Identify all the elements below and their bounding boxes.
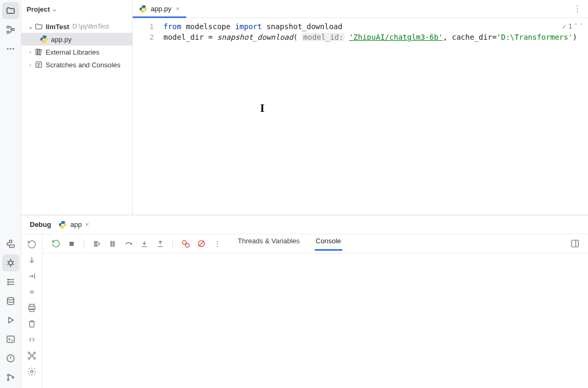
expand-icon[interactable] xyxy=(25,334,39,346)
tool-window-more-icon[interactable] xyxy=(2,40,19,57)
tab-threads-variables[interactable]: Threads & Variables xyxy=(237,237,301,251)
svg-rect-2 xyxy=(12,29,14,31)
tool-window-run-icon[interactable] xyxy=(2,312,19,329)
tool-window-hierarchy-icon[interactable] xyxy=(2,293,19,310)
svg-point-14 xyxy=(7,374,9,376)
svg-point-25 xyxy=(33,358,35,359)
python-file-icon xyxy=(139,5,148,13)
debug-header: Debug app × xyxy=(21,215,588,234)
debug-toolbar: ⋮ Threads & Variables Console xyxy=(42,234,588,253)
identifier: snapshot_download xyxy=(266,22,342,31)
tab-bar-options-icon[interactable]: ⋮ xyxy=(567,0,588,17)
svg-rect-28 xyxy=(94,241,96,246)
tree-file-app[interactable]: app.py xyxy=(21,33,132,46)
svg-point-10 xyxy=(7,297,14,300)
collapse-icon[interactable] xyxy=(25,286,39,298)
param-hint: model_id: xyxy=(302,33,344,41)
scratches-icon xyxy=(34,60,44,69)
editor-tab-app[interactable]: app.py × xyxy=(133,0,186,17)
tree-scratches[interactable]: › Scratches and Consoles xyxy=(21,58,132,71)
tree-root-path: D:\py\llmTest xyxy=(73,23,109,30)
pause-button[interactable] xyxy=(107,238,118,250)
tool-window-debug-icon[interactable] xyxy=(2,254,19,271)
svg-rect-35 xyxy=(572,240,578,247)
svg-marker-29 xyxy=(97,241,100,246)
project-tree: ⌄ llmTest D:\py\llmTest app.py › xyxy=(21,18,132,73)
tab-console[interactable]: Console xyxy=(315,237,342,251)
tree-external-libs[interactable]: › External Libraries xyxy=(21,46,132,58)
debug-subtabs: Threads & Variables Console xyxy=(237,237,342,251)
chevron-down-icon: ⌄ xyxy=(52,6,57,13)
tool-window-vcs-icon[interactable] xyxy=(2,369,19,386)
svg-point-32 xyxy=(182,241,186,244)
settings-icon[interactable] xyxy=(25,366,39,377)
close-icon[interactable]: × xyxy=(176,5,180,13)
tool-window-python-icon[interactable] xyxy=(2,235,19,252)
chevron-down-icon[interactable]: ˅ xyxy=(580,21,583,32)
debug-config-tab[interactable]: app × xyxy=(58,221,89,229)
step-return-icon[interactable] xyxy=(25,270,39,282)
chevron-right-icon: › xyxy=(27,49,34,55)
svg-rect-0 xyxy=(7,26,9,28)
svg-point-8 xyxy=(7,281,8,283)
svg-rect-1 xyxy=(7,31,9,33)
comma: , xyxy=(443,33,452,41)
step-into-button[interactable] xyxy=(139,238,150,250)
step-over-button[interactable] xyxy=(123,238,134,250)
python-file-icon xyxy=(58,221,67,229)
line-number: 2 xyxy=(133,32,154,42)
code-content[interactable]: from modelscope import snapshot_download… xyxy=(159,18,588,215)
editor-area: app.py × ⋮ 1 2 from modelscope import sn… xyxy=(133,0,588,215)
tree-scratches-label: Scratches and Consoles xyxy=(46,61,120,69)
debug-console-output[interactable] xyxy=(42,253,588,388)
mute-breakpoints-button[interactable] xyxy=(195,238,207,250)
view-breakpoints-button[interactable] xyxy=(179,238,191,250)
thread-icon[interactable] xyxy=(25,350,39,361)
string: 'D:\Transformers' xyxy=(497,33,573,41)
op: = xyxy=(208,33,212,41)
inspection-widget[interactable]: ✓ 1 ˄ ˅ xyxy=(563,21,583,32)
print-icon[interactable] xyxy=(25,302,39,314)
chevron-up-icon[interactable]: ˄ xyxy=(574,21,577,32)
op: = xyxy=(492,33,496,41)
project-panel: Project ⌄ ⌄ llmTest D:\py\llmTest app.py xyxy=(21,0,133,215)
svg-point-26 xyxy=(30,371,33,373)
resume-button[interactable] xyxy=(91,238,102,250)
svg-point-7 xyxy=(7,279,8,280)
down-icon[interactable] xyxy=(25,254,39,266)
library-icon xyxy=(34,48,44,56)
step-out-button[interactable] xyxy=(154,238,166,250)
more-icon[interactable]: ⋮ xyxy=(211,238,223,250)
project-panel-header[interactable]: Project ⌄ xyxy=(21,0,132,18)
line-number: 1 xyxy=(133,21,154,32)
trash-icon[interactable] xyxy=(25,318,39,330)
rerun-icon[interactable] xyxy=(25,239,39,250)
code-editor[interactable]: 1 2 from modelscope import snapshot_down… xyxy=(133,18,588,215)
stop-button[interactable] xyxy=(66,238,77,250)
close-icon[interactable]: × xyxy=(85,221,89,228)
tool-window-project-icon[interactable] xyxy=(2,2,19,19)
debug-tool-window: Debug app × xyxy=(21,215,588,388)
debug-side-toolbar xyxy=(21,234,42,388)
identifier: model_dir xyxy=(163,33,204,41)
svg-rect-31 xyxy=(113,241,114,246)
chevron-right-icon: › xyxy=(27,61,34,68)
paren: ) xyxy=(573,33,577,41)
gutter: 1 2 xyxy=(133,18,159,215)
keyword: from xyxy=(163,22,181,31)
check-icon: ✓ xyxy=(563,21,566,32)
layout-settings-icon[interactable] xyxy=(569,238,581,250)
tool-window-services-icon[interactable] xyxy=(2,274,19,290)
svg-point-15 xyxy=(7,379,9,381)
tool-window-problems-icon[interactable] xyxy=(2,350,19,367)
tool-window-structure-icon[interactable] xyxy=(2,21,19,38)
func-call: snapshot_download xyxy=(217,33,293,41)
python-file-icon xyxy=(39,35,49,43)
rerun-button[interactable] xyxy=(50,238,62,250)
editor-tab-label: app.py xyxy=(151,5,171,13)
tree-root[interactable]: ⌄ llmTest D:\py\llmTest xyxy=(21,20,132,33)
identifier: modelscope xyxy=(186,22,230,31)
debug-config-label: app xyxy=(70,221,82,228)
svg-rect-12 xyxy=(7,336,14,342)
tool-window-terminal-icon[interactable] xyxy=(2,331,19,348)
